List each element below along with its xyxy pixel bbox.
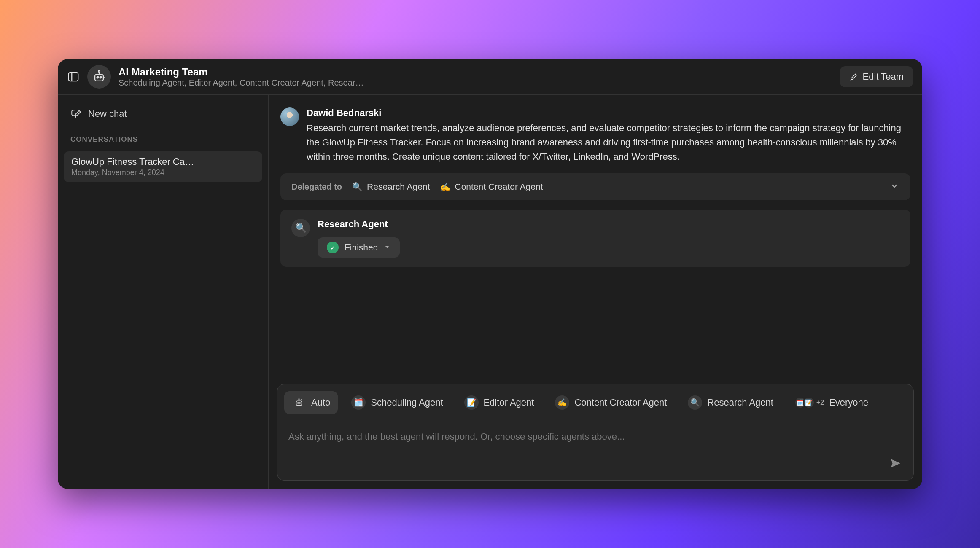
svg-point-12: [299, 403, 300, 403]
thread-scroll[interactable]: Dawid Bednarski Research current market …: [269, 95, 922, 384]
delegated-card[interactable]: Delegated to 🔍 Research Agent ✍️ Content…: [280, 173, 910, 200]
composer-placeholder: Ask anything, and the best agent will re…: [288, 431, 902, 442]
edit-team-button[interactable]: Edit Team: [840, 66, 913, 87]
agent-result-card: 🔍 Research Agent ✓ Finished: [280, 210, 910, 267]
edit-team-label: Edit Team: [863, 71, 904, 82]
body: New chat CONVERSATIONS GlowUp Fitness Tr…: [58, 95, 922, 489]
robot-icon: [92, 70, 106, 84]
agent-status-pill[interactable]: ✓ Finished: [318, 237, 400, 258]
new-chat-button[interactable]: New chat: [64, 104, 262, 124]
expand-delegated-button[interactable]: [889, 181, 899, 193]
composer-input[interactable]: Ask anything, and the best agent will re…: [277, 421, 913, 480]
message-author: Dawid Bednarski: [307, 107, 910, 118]
composer: Auto 🗓️ Scheduling Agent 📝 Editor Agent …: [277, 384, 914, 481]
send-button[interactable]: [886, 454, 905, 473]
agent-selector-everyone[interactable]: 🗓️ 📝 +2 Everyone: [787, 391, 876, 414]
agent-name: Research Agent: [318, 219, 899, 230]
writing-icon: ✍️: [555, 395, 569, 410]
agent-selector-editor[interactable]: 📝 Editor Agent: [457, 391, 542, 414]
sidebar-icon: [67, 70, 80, 83]
agent-status-label: Finished: [345, 242, 378, 253]
agent-avatar: 🔍: [291, 219, 310, 237]
svg-point-14: [299, 399, 299, 400]
team-avatar: [87, 65, 111, 89]
chevron-down-icon: [889, 181, 899, 191]
delegated-agent-name: Content Creator Agent: [455, 182, 543, 192]
conversations-section-label: CONVERSATIONS: [64, 128, 262, 147]
conversation-title: GlowUp Fitness Tracker Ca…: [71, 156, 255, 167]
agent-selector-label: Auto: [311, 397, 330, 408]
delegated-agent-content: ✍️ Content Creator Agent: [440, 182, 543, 192]
sidebar: New chat CONVERSATIONS GlowUp Fitness Tr…: [58, 95, 269, 489]
delegated-label: Delegated to: [291, 182, 342, 192]
new-chat-icon: [70, 108, 81, 119]
check-icon: ✓: [327, 242, 339, 253]
agent-selector-label: Content Creator Agent: [574, 397, 667, 408]
team-subtitle: Scheduling Agent, Editor Agent, Content …: [118, 78, 388, 88]
agent-selector-scheduling[interactable]: 🗓️ Scheduling Agent: [344, 391, 450, 414]
agent-selector-label: Editor Agent: [484, 397, 534, 408]
user-message: Dawid Bednarski Research current market …: [280, 107, 910, 164]
memo-icon: 📝: [464, 395, 479, 410]
delegated-agent-name: Research Agent: [367, 182, 430, 192]
svg-point-3: [97, 77, 99, 78]
new-chat-label: New chat: [88, 108, 127, 119]
main: Dawid Bednarski Research current market …: [269, 95, 922, 489]
svg-rect-0: [69, 73, 78, 81]
message-text: Research current market trends, analyze …: [307, 121, 910, 164]
composer-wrap: Auto 🗓️ Scheduling Agent 📝 Editor Agent …: [269, 384, 922, 489]
conversation-date: Monday, November 4, 2024: [71, 168, 255, 177]
header-title-group: AI Marketing Team Scheduling Agent, Edit…: [118, 66, 832, 88]
pencil-icon: [849, 72, 859, 81]
sidebar-toggle-button[interactable]: [67, 70, 80, 83]
status-dropdown-icon: [384, 242, 390, 253]
mini-icon: 📝: [803, 397, 815, 408]
conversation-item[interactable]: GlowUp Fitness Tracker Ca… Monday, Novem…: [64, 151, 262, 182]
header: AI Marketing Team Scheduling Agent, Edit…: [58, 59, 922, 95]
agent-selector-content[interactable]: ✍️ Content Creator Agent: [547, 391, 674, 414]
svg-point-11: [298, 403, 299, 403]
agent-selector-label: Everyone: [829, 397, 868, 408]
app-window: AI Marketing Team Scheduling Agent, Edit…: [58, 59, 922, 489]
magnifier-icon: 🔍: [352, 182, 363, 192]
magnifier-icon: 🔍: [688, 395, 702, 410]
calendar-icon: 🗓️: [351, 395, 366, 410]
svg-point-4: [100, 77, 102, 78]
svg-rect-2: [95, 74, 103, 81]
agent-selector-research[interactable]: 🔍 Research Agent: [680, 391, 781, 414]
writing-icon: ✍️: [440, 182, 450, 192]
agent-selector-label: Scheduling Agent: [371, 397, 443, 408]
team-title: AI Marketing Team: [118, 66, 832, 78]
user-avatar: [280, 107, 299, 126]
agent-selector-auto[interactable]: Auto: [284, 391, 338, 414]
robot-icon: [292, 395, 306, 410]
agent-selector-row: Auto 🗓️ Scheduling Agent 📝 Editor Agent …: [277, 384, 913, 414]
svg-point-6: [98, 71, 100, 72]
delegated-agent-research: 🔍 Research Agent: [352, 182, 430, 192]
agent-selector-label: Research Agent: [707, 397, 773, 408]
everyone-plus-count: +2: [816, 399, 824, 406]
send-icon: [889, 457, 902, 470]
svg-marker-9: [385, 246, 389, 248]
svg-rect-10: [296, 401, 302, 405]
